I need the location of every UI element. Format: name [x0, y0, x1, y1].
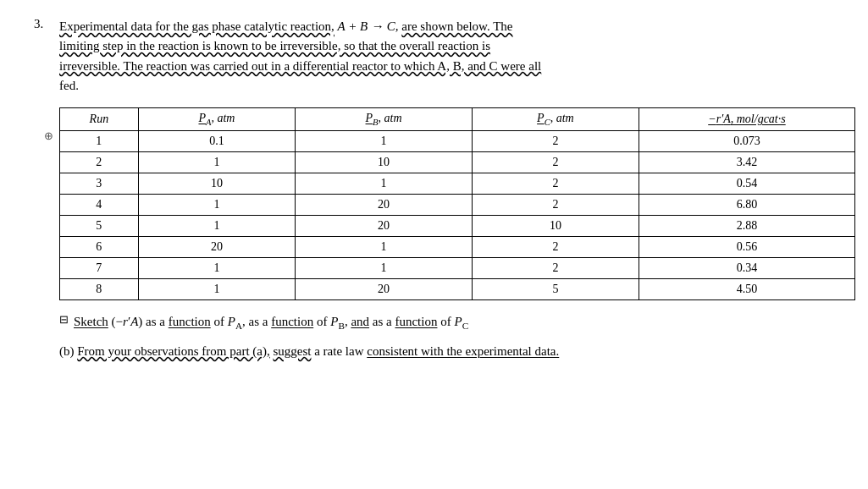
- table-cell: 2: [472, 194, 639, 215]
- table-row: 5120102.88: [60, 215, 855, 236]
- table-cell: 0.56: [639, 236, 854, 257]
- table-cell: 1: [138, 151, 295, 173]
- table-cell: 1: [296, 173, 473, 194]
- table-cell: 6.80: [639, 194, 854, 215]
- col-header-pa: PA, atm: [138, 108, 295, 131]
- table-row: 310120.54: [60, 173, 855, 194]
- text-limiting-step: limiting step in the reaction is known t…: [59, 39, 490, 52]
- problem-text: Experimental data for the gas phase cata…: [59, 17, 834, 96]
- table-cell: 0.1: [138, 130, 295, 151]
- table-cell: 1: [138, 215, 295, 236]
- table-cell: 20: [296, 194, 473, 215]
- sketch-icon: ⊟: [59, 313, 69, 327]
- table-cell: 1: [296, 130, 473, 151]
- table-row: 812054.50: [60, 278, 855, 299]
- text-experimental: Experimental data for the gas phase cata…: [59, 19, 334, 33]
- text-part-b-content: From your observations from part (a),: [77, 344, 269, 358]
- col-header-pc: PC, atm: [472, 108, 639, 131]
- text-irreversible: irreversible. The reaction was carried o…: [59, 59, 541, 73]
- col-header-run: Run: [60, 108, 139, 131]
- table-cell: 1: [296, 236, 473, 257]
- table-cell: 0.073: [639, 130, 854, 151]
- table-cell: 4: [60, 194, 139, 215]
- table-row: 211023.42: [60, 151, 855, 173]
- table-cell: 2: [472, 151, 639, 173]
- table-cell: 5: [472, 278, 639, 299]
- text-shown-below: are shown below. The: [401, 19, 512, 33]
- text-suggest: suggest: [273, 344, 311, 358]
- data-table: Run PA, atm PB, atm PC, atm −r′A, mol/gc…: [59, 107, 855, 300]
- sketch-row: ⊟ Sketch (−r′A) as a function of PA, as …: [59, 312, 834, 333]
- table-cell: 2.88: [639, 215, 854, 236]
- table-cell: 1: [138, 194, 295, 215]
- table-cell: 20: [296, 278, 473, 299]
- table-header-row: Run PA, atm PB, atm PC, atm −r′A, mol/gc…: [60, 108, 855, 131]
- table-cell: 0.54: [639, 173, 854, 194]
- table-cell: 7: [60, 257, 139, 278]
- table-cell: 1: [296, 257, 473, 278]
- col-header-pb: PB, atm: [296, 108, 473, 131]
- problem-container: 3. Experimental data for the gas phase c…: [34, 17, 834, 361]
- table-cell: 6: [60, 236, 139, 257]
- table-cell: 2: [472, 236, 639, 257]
- text-reaction: A + B → C,: [338, 19, 399, 33]
- table-cell: 0.34: [639, 257, 854, 278]
- problem-paragraph: Experimental data for the gas phase cata…: [59, 17, 834, 96]
- sketch-text: Sketch (−r′A) as a function of PA, as a …: [74, 312, 468, 333]
- table-cell: 4.50: [639, 278, 854, 299]
- table-row: 412026.80: [60, 194, 855, 215]
- table-cell: 20: [138, 236, 295, 257]
- table-cell: 2: [472, 257, 639, 278]
- table-cell: 2: [60, 151, 139, 173]
- table-body: 10.1120.073211023.42310120.54412026.8051…: [60, 130, 855, 299]
- problem-number: 3.: [34, 17, 43, 31]
- table-cell: 2: [472, 130, 639, 151]
- table-cell: 3: [60, 173, 139, 194]
- table-cell: 10: [472, 215, 639, 236]
- table-cell: 10: [138, 173, 295, 194]
- table-row: 10.1120.073: [60, 130, 855, 151]
- table-cell: 1: [138, 278, 295, 299]
- table-cell: 2: [472, 173, 639, 194]
- part-b: (b) From your observations from part (a)…: [59, 342, 834, 361]
- table-cell: 8: [60, 278, 139, 299]
- table-wrapper: ⊕ Run PA, atm PB, atm PC, atm −r′A, mol/…: [59, 107, 834, 300]
- plus-icon: ⊕: [44, 129, 53, 143]
- table-cell: 3.42: [639, 151, 854, 173]
- table-cell: 1: [138, 257, 295, 278]
- table-cell: 1: [60, 130, 139, 151]
- table-row: 620120.56: [60, 236, 855, 257]
- table-cell: 20: [296, 215, 473, 236]
- table-row: 71120.34: [60, 257, 855, 278]
- table-cell: 5: [60, 215, 139, 236]
- col-header-rate: −r′A, mol/gcat·s: [639, 108, 854, 131]
- table-cell: 10: [296, 151, 473, 173]
